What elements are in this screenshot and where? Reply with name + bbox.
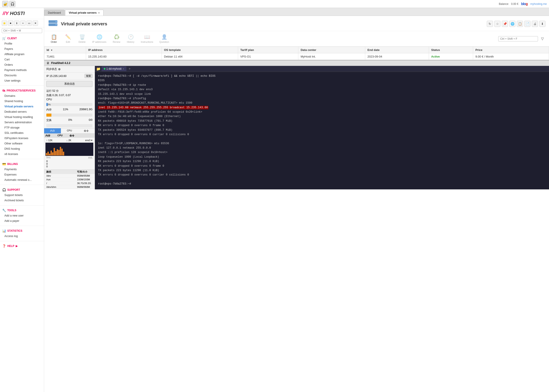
col-dc[interactable]: Data center bbox=[298, 47, 365, 53]
sidebar-section-billing: 💳 Billing Payments Expenses Automatic re… bbox=[0, 160, 44, 184]
sidebar-item-payers[interactable]: Payers bbox=[0, 46, 44, 52]
statistics-section-title: 📊 Statistics bbox=[0, 228, 44, 233]
sidebar-item-shared-hosting[interactable]: Shared hosting bbox=[0, 98, 44, 104]
sidebar-item-ftp[interactable]: FTP storage bbox=[0, 125, 44, 130]
star-btn[interactable]: ☆ bbox=[494, 21, 500, 27]
question-btn[interactable]: 👤 Question bbox=[157, 33, 171, 45]
ip-addresses-btn[interactable]: 🌐 IP addresses bbox=[90, 33, 108, 45]
globe-btn[interactable]: 🌐 bbox=[509, 21, 515, 27]
toolbar-search-input[interactable] bbox=[498, 36, 538, 42]
filter-btn[interactable]: ▽ bbox=[539, 36, 545, 42]
sidebar-search-input[interactable] bbox=[2, 28, 42, 33]
sidebar-item-support-tickets[interactable]: Support tickets bbox=[0, 192, 44, 198]
headset-icon-btn[interactable]: 🎧 bbox=[9, 1, 15, 7]
ip-label: IP addresses bbox=[92, 41, 106, 43]
lock-icon-btn[interactable]: 🔐 bbox=[2, 1, 8, 7]
fs-copy-btn[interactable]: 複製 bbox=[85, 74, 93, 78]
sidebar-item-isp[interactable]: ISPsystem licenses bbox=[0, 136, 44, 141]
tab-cpu[interactable]: CPU bbox=[61, 128, 78, 133]
download-btn[interactable]: ⬇ bbox=[539, 21, 545, 27]
sidebar-item-add-payer[interactable]: Add a payer bbox=[0, 218, 44, 224]
terminal-line: ens3: flags=4163<UP,BROADCAST,RUNNING,MU… bbox=[98, 101, 546, 105]
vps-toolbar: 📋 Order ✏️ Edit 🗑️ Delete 🌐 IP addresses… bbox=[44, 31, 549, 47]
sidebar-item-discounts[interactable]: Discounts bbox=[0, 73, 44, 78]
col-status[interactable]: Status bbox=[429, 47, 473, 53]
sidebar-item-orders[interactable]: Orders bbox=[0, 62, 44, 67]
sidebar-item-add-user[interactable]: Add a new user bbox=[0, 213, 44, 218]
sidebar-item-profile[interactable]: Profile bbox=[0, 41, 44, 46]
new-tab-btn[interactable]: + bbox=[127, 67, 132, 71]
col-price[interactable]: Price bbox=[473, 47, 549, 53]
sidebar-item-payments[interactable]: Payments bbox=[0, 167, 44, 172]
add-icon-btn[interactable]: + bbox=[20, 21, 26, 26]
sidebar-item-autorenewal[interactable]: Automatic renewal o... bbox=[0, 177, 44, 182]
sidebar-item-archived-tickets[interactable]: Archived tickets bbox=[0, 198, 44, 203]
products-icon: 🛍 bbox=[2, 89, 5, 92]
fs-terminal[interactable]: root@vps-7b8a2783:~# [ -d /sys/firmware/… bbox=[95, 72, 549, 189]
delete-btn[interactable]: 🗑️ Delete bbox=[76, 33, 88, 45]
sidebar-item-expenses[interactable]: Expenses bbox=[0, 172, 44, 177]
order-btn[interactable]: 📋 Order bbox=[48, 33, 60, 45]
sidebar-item-domains[interactable]: Domains bbox=[0, 93, 44, 98]
delete-icon: 🗑️ bbox=[79, 34, 85, 40]
sidebar-item-affiliate[interactable]: Affiliate program bbox=[0, 52, 44, 57]
fs-right-panel: 📁 1 dd-myhosti ✕ + root@vps-7b8a2783:~# … bbox=[95, 66, 549, 189]
sync-status-dot bbox=[58, 68, 60, 70]
print-btn[interactable]: 🖨 bbox=[532, 21, 538, 27]
net-val-1: 0 bbox=[46, 160, 93, 162]
bar-3 bbox=[49, 154, 50, 155]
fs-term-tab-1[interactable]: 1 dd-myhosti ✕ bbox=[101, 66, 126, 71]
star-icon-btn[interactable]: ⭐ bbox=[2, 21, 7, 26]
fs-sysinfo-btn[interactable]: 系统信息 bbox=[46, 81, 93, 87]
tab-dashboard[interactable]: Dashboard bbox=[44, 10, 65, 16]
runtime-label: 运行 52 分 bbox=[46, 89, 59, 93]
info-icon-btn[interactable]: ℹ bbox=[14, 21, 19, 26]
tab-vps[interactable]: Virtual private servers ✕ bbox=[65, 10, 103, 16]
fs-file-icon[interactable]: 📁 bbox=[96, 67, 101, 71]
sidebar-item-ssl[interactable]: SSL certificates bbox=[0, 130, 44, 136]
history-label: History bbox=[127, 41, 134, 43]
sidebar-item-vps[interactable]: Virtual private servers bbox=[0, 104, 44, 109]
sidebar-item-v6[interactable]: v6 licenses bbox=[0, 151, 44, 157]
sidebar: //Y HOSTI ⭐ ★ ℹ + ▭ ✕ 🛒 Client Profile P… bbox=[0, 8, 44, 392]
terminal-line: inet6 ::1 prefixlen 128 scopeid 0x10<hos… bbox=[98, 150, 546, 154]
col-end[interactable]: End date bbox=[365, 47, 429, 53]
billing-icon: 💳 bbox=[2, 162, 6, 166]
col-os[interactable]: OS template bbox=[162, 47, 238, 53]
sidebar-item-dedicated[interactable]: Dedicated servers bbox=[0, 109, 44, 114]
sidebar-item-dns[interactable]: DNS hosting bbox=[0, 146, 44, 151]
edit-btn[interactable]: ✏️ Edit bbox=[62, 33, 74, 45]
col-plan[interactable]: Tariff plan bbox=[238, 47, 298, 53]
tools-section-title: 🔧 Tools bbox=[0, 208, 44, 213]
vps-table: Id ▼ IP address OS template Tariff plan … bbox=[44, 47, 549, 60]
sidebar-item-payment-methods[interactable]: Payment methods bbox=[0, 67, 44, 73]
doc-btn[interactable]: 📄 bbox=[524, 21, 530, 27]
history-btn[interactable]: 🕐 History bbox=[124, 33, 137, 45]
help-icon: ❓ bbox=[2, 244, 6, 248]
tab-cmd[interactable]: 命令 bbox=[78, 128, 95, 133]
terminal-line: inet6 fe80::f816:3eff:fe40:e06e prefixle… bbox=[98, 110, 546, 114]
instructions-btn[interactable]: 📖 Instructions bbox=[139, 33, 155, 45]
sidebar-item-user-settings[interactable]: User settings bbox=[0, 78, 44, 83]
renew-btn[interactable]: ♻️ Renew bbox=[110, 33, 123, 45]
refresh-btn[interactable]: ↻ bbox=[487, 21, 493, 27]
user-link[interactable]: myhosting.me bbox=[530, 2, 547, 6]
pin-btn[interactable]: 📌 bbox=[502, 21, 508, 27]
sidebar-item-cart[interactable]: Cart bbox=[0, 57, 44, 62]
tab-mem[interactable]: 内存 bbox=[44, 128, 61, 133]
bookmark-icon-btn[interactable]: ★ bbox=[8, 21, 13, 26]
process-tabs: 内存 CPU 命令 bbox=[44, 128, 95, 134]
sidebar-item-access-log[interactable]: Access log bbox=[0, 233, 44, 239]
sidebar-item-other-software[interactable]: Other software bbox=[0, 141, 44, 146]
table-row[interactable]: 71461 15.235.143.60 Debian 11 x64 VPS-O1… bbox=[44, 53, 549, 60]
close-tab-vps[interactable]: ✕ bbox=[98, 12, 100, 14]
col-id[interactable]: Id ▼ bbox=[44, 47, 86, 53]
copy-btn[interactable]: 📋 bbox=[517, 21, 523, 27]
close-icon-btn[interactable]: ✕ bbox=[33, 21, 38, 26]
term-close-btn[interactable]: ✕ bbox=[122, 68, 124, 70]
disk-row-dev: /dev 958M/958M bbox=[44, 174, 95, 178]
minus-icon-btn[interactable]: ▭ bbox=[27, 21, 32, 26]
sidebar-item-vhr[interactable]: Virtual hosting reselling bbox=[0, 114, 44, 120]
sidebar-item-servers-admin[interactable]: Servers administration bbox=[0, 120, 44, 125]
col-ip[interactable]: IP address bbox=[86, 47, 162, 53]
